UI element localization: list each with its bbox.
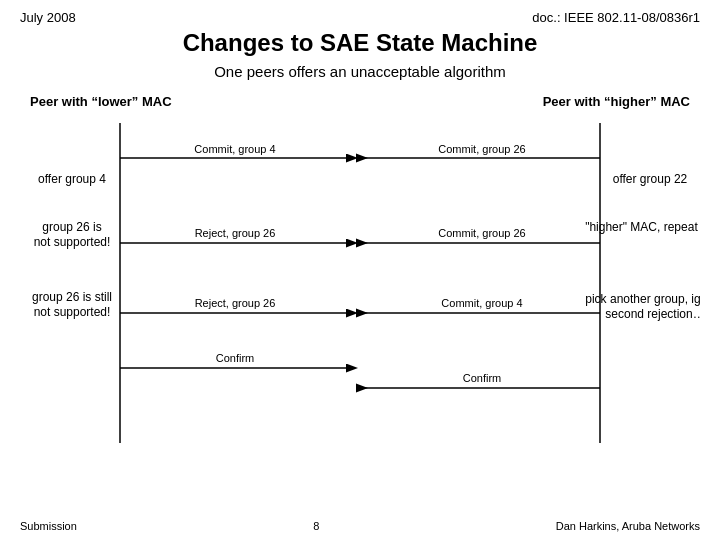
svg-text:Commit, group 4: Commit, group 4	[441, 297, 522, 309]
svg-text:pick another group, ignore: pick another group, ignore	[585, 292, 700, 306]
header: July 2008 doc.: IEEE 802.11-08/0836r1	[20, 10, 700, 25]
svg-text:offer group 4: offer group 4	[38, 172, 106, 186]
svg-text:group 26 is still: group 26 is still	[32, 290, 112, 304]
svg-text:Confirm: Confirm	[216, 352, 255, 364]
svg-text:Reject, group 26: Reject, group 26	[195, 297, 276, 309]
header-right: doc.: IEEE 802.11-08/0836r1	[532, 10, 700, 25]
peer-lower-label: Peer with “lower” MAC	[30, 94, 172, 109]
svg-text:group 26 is: group 26 is	[42, 220, 101, 234]
svg-text:second rejection…: second rejection…	[605, 307, 700, 321]
page-title: Changes to SAE State Machine	[20, 29, 700, 57]
footer-center: 8	[313, 520, 319, 532]
svg-text:not supported!: not supported!	[34, 305, 111, 319]
svg-text:Commit, group 26: Commit, group 26	[438, 227, 525, 239]
svg-text:"higher" MAC, repeat offer: "higher" MAC, repeat offer	[585, 220, 700, 234]
peers-row: Peer with “lower” MAC Peer with “higher”…	[20, 94, 700, 109]
page: July 2008 doc.: IEEE 802.11-08/0836r1 Ch…	[0, 0, 720, 540]
svg-text:Confirm: Confirm	[463, 372, 502, 384]
footer-right: Dan Harkins, Aruba Networks	[556, 520, 700, 532]
footer-left: Submission	[20, 520, 77, 532]
svg-text:Commit, group 4: Commit, group 4	[194, 143, 275, 155]
svg-text:Commit, group 26: Commit, group 26	[438, 143, 525, 155]
diagram-svg: Commit, group 4 Commit, group 26 offer g…	[20, 113, 700, 463]
peer-higher-label: Peer with “higher” MAC	[543, 94, 690, 109]
header-left: July 2008	[20, 10, 76, 25]
page-subtitle: One peers offers an unacceptable algorit…	[20, 63, 700, 80]
svg-text:not supported!: not supported!	[34, 235, 111, 249]
svg-text:Reject, group 26: Reject, group 26	[195, 227, 276, 239]
footer: Submission 8 Dan Harkins, Aruba Networks	[20, 520, 700, 532]
diagram-area: Commit, group 4 Commit, group 26 offer g…	[20, 113, 700, 463]
svg-text:offer group 22: offer group 22	[613, 172, 688, 186]
